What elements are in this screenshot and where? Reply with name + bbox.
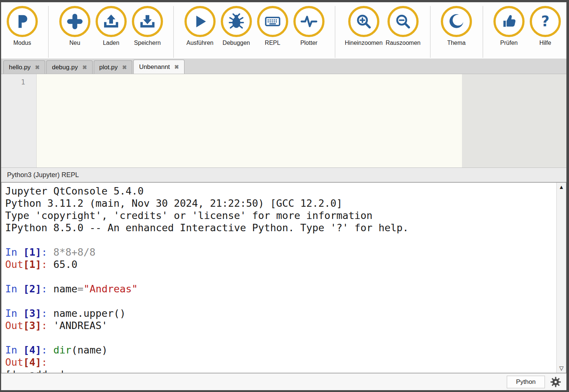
play-icon bbox=[184, 6, 216, 37]
repl-console[interactable]: Jupyter QtConsole 5.4.0Python 3.11.2 (ma… bbox=[1, 182, 566, 373]
toolbar-group: Thema bbox=[438, 6, 475, 46]
toolbar-group: Modus bbox=[4, 6, 40, 46]
toolbar-button-hilfe[interactable]: ?Hilfe bbox=[527, 6, 563, 46]
toolbar-divider bbox=[483, 6, 483, 58]
console-line: Python 3.11.2 (main, Nov 30 2024, 21:22:… bbox=[5, 197, 556, 209]
toolbar-button-debuggen[interactable]: Debuggen bbox=[218, 6, 254, 46]
console-line: In [2]: name="Andreas" bbox=[5, 283, 556, 295]
editor-empty-region bbox=[462, 74, 566, 167]
console-line bbox=[5, 234, 556, 246]
line-number: 1 bbox=[1, 78, 25, 86]
gear-icon[interactable] bbox=[550, 376, 561, 388]
toolbar-divider bbox=[173, 6, 174, 58]
upload-icon bbox=[96, 6, 127, 37]
code-area[interactable] bbox=[37, 74, 566, 167]
mode-icon bbox=[7, 6, 38, 37]
toolbar-button-neu[interactable]: Neu bbox=[57, 6, 93, 46]
status-bar: Python bbox=[1, 373, 566, 390]
toolbar-button-label: Thema bbox=[447, 40, 466, 46]
tab-label: plot.py bbox=[99, 64, 118, 71]
toolbar-group: NeuLadenSpeichern bbox=[57, 6, 166, 46]
console-line bbox=[5, 295, 556, 307]
tab-hello.py[interactable]: hello.py✖ bbox=[3, 60, 45, 74]
console-line: IPython 8.5.0 -- An enhanced Interactive… bbox=[5, 222, 556, 234]
toolbar-group: HineinzoomenRauszoomen bbox=[343, 6, 422, 46]
interpreter-label: Python bbox=[516, 378, 536, 385]
toolbar-button-label: Debuggen bbox=[223, 40, 250, 46]
toolbar-button-label: Neu bbox=[69, 40, 80, 46]
bug-icon bbox=[221, 6, 252, 37]
plus-icon bbox=[59, 6, 90, 37]
toolbar-button-laden[interactable]: Laden bbox=[93, 6, 129, 46]
toolbar-button-label: REPL bbox=[265, 40, 280, 46]
scroll-down-icon[interactable]: ▽ bbox=[559, 365, 564, 371]
console-line bbox=[5, 270, 556, 283]
tab-plot.py[interactable]: plot.py✖ bbox=[94, 60, 133, 74]
toolbar-button-plotter[interactable]: Plotter bbox=[291, 6, 327, 46]
toolbar-button-thema[interactable]: Thema bbox=[438, 6, 475, 46]
tab-bar: hello.py✖debug.py✖plot.py✖Unbenannt✖ bbox=[1, 59, 566, 74]
toolbar-button-label: Ausführen bbox=[186, 40, 213, 46]
toolbar: ModusNeuLadenSpeichernAusführenDebuggenR… bbox=[1, 2, 566, 59]
moon-icon bbox=[441, 6, 472, 37]
console-line: In [3]: name.upper() bbox=[5, 307, 556, 319]
tab-label: Unbenannt bbox=[139, 63, 170, 71]
console-line: In [4]: dir(name) bbox=[5, 344, 556, 356]
interpreter-selector[interactable]: Python bbox=[507, 376, 545, 388]
toolbar-group: Prüfen?Hilfe bbox=[491, 6, 563, 46]
line-number-gutter: 1 bbox=[1, 74, 37, 167]
toolbar-button-hineinzoomen[interactable]: Hineinzoomen bbox=[343, 6, 384, 46]
waveform-icon bbox=[293, 6, 325, 37]
console-line: Jupyter QtConsole 5.4.0 bbox=[5, 185, 556, 197]
toolbar-button-rauszoomen[interactable]: Rauszoomen bbox=[384, 6, 422, 46]
scroll-up-icon[interactable]: ▲ bbox=[559, 184, 564, 190]
toolbar-button-speichern[interactable]: Speichern bbox=[129, 6, 166, 46]
toolbar-button-label: Rauszoomen bbox=[386, 40, 420, 46]
toolbar-button-label: Plotter bbox=[300, 40, 317, 46]
zoom-in-icon bbox=[348, 6, 379, 37]
toolbar-button-label: Laden bbox=[103, 40, 120, 46]
console-line bbox=[5, 332, 556, 344]
toolbar-divider bbox=[430, 6, 430, 58]
question-icon: ? bbox=[530, 6, 561, 37]
close-icon[interactable]: ✖ bbox=[174, 64, 179, 70]
close-icon[interactable]: ✖ bbox=[82, 64, 87, 71]
repl-panel-header: Python3 (Jupyter) REPL bbox=[1, 167, 566, 182]
repl-title: Python3 (Jupyter) REPL bbox=[7, 171, 79, 179]
console-scrollbar[interactable]: ▲ ▽ bbox=[556, 183, 566, 373]
tab-debug.py[interactable]: debug.py✖ bbox=[46, 60, 93, 74]
toolbar-button-label: Hilfe bbox=[539, 40, 551, 46]
console-line: ['__add__', bbox=[5, 368, 556, 373]
toolbar-button-pruefen[interactable]: Prüfen bbox=[491, 6, 527, 46]
console-output[interactable]: Jupyter QtConsole 5.4.0Python 3.11.2 (ma… bbox=[1, 183, 556, 373]
editor-area[interactable]: 1 bbox=[1, 74, 566, 167]
console-line: Out[1]: 65.0 bbox=[5, 258, 556, 270]
toolbar-group: AusführenDebuggenREPLPlotter bbox=[182, 6, 327, 46]
toolbar-button-modus[interactable]: Modus bbox=[4, 6, 40, 46]
toolbar-button-label: Hineinzoomen bbox=[345, 40, 383, 46]
thonny-window: ModusNeuLadenSpeichernAusführenDebuggenR… bbox=[0, 0, 569, 392]
close-icon[interactable]: ✖ bbox=[122, 64, 127, 71]
toolbar-button-label: Prüfen bbox=[500, 40, 518, 46]
console-line: Out[3]: 'ANDREAS' bbox=[5, 319, 556, 332]
console-line: Type 'copyright', 'credits' or 'license'… bbox=[5, 209, 556, 222]
toolbar-button-label: Modus bbox=[13, 40, 31, 46]
console-line: In [1]: 8*8+8/8 bbox=[5, 246, 556, 258]
toolbar-button-label: Speichern bbox=[134, 40, 161, 46]
toolbar-divider bbox=[335, 6, 335, 58]
download-icon bbox=[132, 6, 163, 37]
thumbs-up-icon bbox=[493, 6, 525, 37]
zoom-out-icon bbox=[387, 6, 419, 37]
console-line: Out[4]: bbox=[5, 356, 556, 368]
keyboard-icon bbox=[257, 6, 288, 37]
tab-Unbenannt[interactable]: Unbenannt✖ bbox=[133, 60, 184, 74]
tab-label: hello.py bbox=[9, 64, 31, 71]
tab-label: debug.py bbox=[52, 64, 78, 71]
toolbar-divider bbox=[48, 6, 49, 58]
toolbar-button-repl[interactable]: REPL bbox=[254, 6, 291, 46]
close-icon[interactable]: ✖ bbox=[35, 64, 40, 71]
svg-text:?: ? bbox=[541, 13, 550, 30]
toolbar-button-ausfuehren[interactable]: Ausführen bbox=[182, 6, 218, 46]
